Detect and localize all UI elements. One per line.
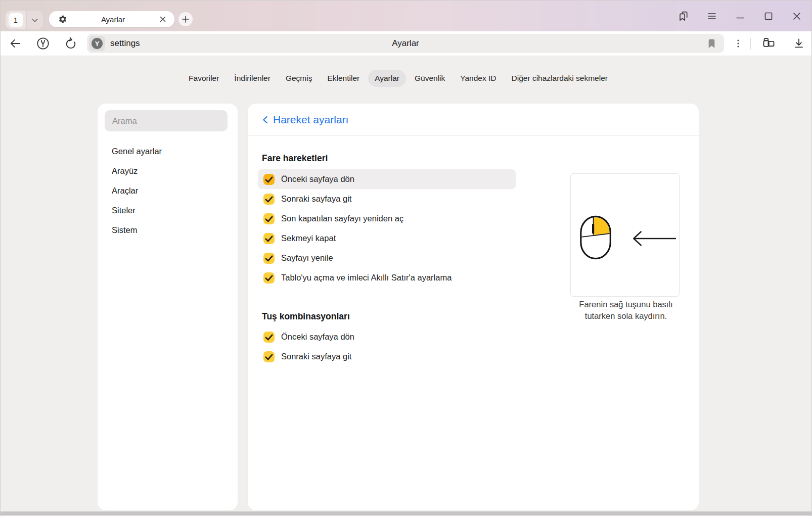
- titlebar: 1 Ayarlar: [0, 0, 812, 31]
- browser-menu-button[interactable]: [706, 10, 718, 22]
- nav-tab-favoriler[interactable]: Favoriler: [182, 70, 225, 87]
- gesture-label: Sayfayı yenile: [281, 253, 333, 263]
- tab-title: Ayarlar: [67, 15, 159, 24]
- gesture-label: Sekmeyi kapat: [281, 233, 336, 243]
- panel-header: Hareket ayarları: [248, 104, 699, 136]
- gesture-row[interactable]: Önceki sayfaya dön: [258, 327, 516, 347]
- checkbox-checked-icon[interactable]: [263, 194, 275, 205]
- gesture-label: Sonraki sayfaya git: [281, 194, 351, 204]
- download-icon: [792, 37, 805, 50]
- plus-icon: [180, 14, 191, 25]
- settings-page: Favoriler İndirilenler Geçmiş Eklentiler…: [0, 56, 812, 511]
- checkbox-checked-icon[interactable]: [263, 174, 275, 185]
- nav-tab-diger-cihazlar[interactable]: Diğer cihazlardaki sekmeler: [505, 70, 614, 87]
- search-input[interactable]: [105, 110, 228, 131]
- gesture-row[interactable]: Sonraki sayfaya git: [258, 189, 516, 209]
- sidebar-item-genel-ayarlar[interactable]: Genel ayarlar: [98, 142, 238, 161]
- chevron-left-icon: [262, 115, 268, 124]
- gesture-row[interactable]: Tablo'yu açma ve imleci Akıllı Satır'a a…: [258, 268, 516, 288]
- key-combination-list: Önceki sayfaya dön Sonraki sayfaya git: [248, 327, 699, 366]
- page-actions-menu-button[interactable]: [731, 36, 745, 51]
- new-tab-button[interactable]: [178, 12, 193, 26]
- illustration-caption: Farenin sağ tuşunu basılı tutarken sola …: [565, 299, 687, 322]
- minimize-button[interactable]: [734, 10, 746, 22]
- gesture-row[interactable]: Sekmeyi kapat: [258, 228, 516, 248]
- chevron-down-icon: [29, 15, 40, 26]
- toolbar-separator: [750, 38, 751, 50]
- settings-sidebar: Genel ayarlar Arayüz Araçlar Siteler Sis…: [98, 104, 238, 510]
- gesture-label: Önceki sayfaya dön: [281, 174, 354, 184]
- sidebar-item-sistem[interactable]: Sistem: [98, 220, 238, 240]
- gesture-illustration: [570, 173, 680, 297]
- gesture-label: Sonraki sayfaya git: [281, 352, 351, 361]
- kebab-menu-icon: [732, 37, 744, 50]
- page-title-centered: Ayarlar: [87, 38, 724, 49]
- section-heading-mouse-gestures: Fare hareketleri: [262, 153, 328, 164]
- close-window-button[interactable]: [791, 10, 803, 22]
- refresh-button[interactable]: [64, 36, 78, 51]
- bookmarks-icon: [678, 10, 690, 22]
- sidebar-item-arayuz[interactable]: Arayüz: [98, 161, 238, 181]
- gesture-row[interactable]: Son kapatılan sayfayı yeniden aç: [258, 209, 516, 228]
- mouse-gesture-icon: [571, 174, 679, 296]
- settings-gear-icon: [58, 15, 67, 24]
- checkbox-checked-icon[interactable]: [263, 253, 275, 264]
- checkbox-checked-icon[interactable]: [263, 233, 275, 244]
- nav-tab-ayarlar[interactable]: Ayarlar: [368, 70, 406, 87]
- sidebar-menu: Genel ayarlar Arayüz Araçlar Siteler Sis…: [98, 142, 238, 240]
- back-arrow-icon: [9, 37, 22, 50]
- extensions-button[interactable]: [761, 36, 776, 51]
- maximize-button[interactable]: [762, 10, 775, 22]
- tab-counter-button[interactable]: 1: [6, 11, 26, 29]
- bookmark-page-button[interactable]: [707, 39, 716, 49]
- tab-counter-group: 1: [6, 11, 43, 29]
- refresh-icon: [64, 37, 77, 50]
- checkbox-checked-icon[interactable]: [263, 351, 275, 362]
- nav-tab-yandex-id[interactable]: Yandex ID: [454, 70, 503, 87]
- section-heading-key-combinations: Tuş kombinasyonları: [262, 311, 350, 322]
- yandex-home-button[interactable]: [36, 36, 50, 51]
- downloads-button[interactable]: [792, 36, 806, 51]
- nav-tab-guvenlik[interactable]: Güvenlik: [408, 70, 452, 87]
- gesture-settings-panel: Hareket ayarları Fare hareketleri Önceki…: [248, 104, 699, 510]
- yandex-logo-icon: [36, 36, 50, 51]
- address-bar[interactable]: Y settings Ayarlar: [87, 34, 724, 53]
- maximize-icon: [762, 10, 775, 22]
- tab-count-badge: 1: [9, 13, 23, 27]
- sidebar-item-siteler[interactable]: Siteler: [98, 201, 238, 220]
- horizontal-scrollbar[interactable]: [0, 511, 812, 516]
- page-title: Hareket ayarları: [273, 114, 348, 126]
- gesture-label: Son kapatılan sayfayı yeniden aç: [281, 214, 403, 223]
- gesture-row[interactable]: Sayfayı yenile: [258, 248, 516, 268]
- active-tab[interactable]: Ayarlar: [49, 11, 174, 27]
- nav-tab-indirilenler[interactable]: İndirilenler: [228, 70, 277, 87]
- checkbox-checked-icon[interactable]: [263, 272, 275, 284]
- gesture-row[interactable]: Sonraki sayfaya git: [258, 347, 516, 366]
- checkbox-checked-icon[interactable]: [263, 332, 275, 343]
- back-to-settings-button[interactable]: Hareket ayarları: [255, 111, 355, 129]
- settings-nav-tabs: Favoriler İndirilenler Geçmiş Eklentiler…: [98, 70, 699, 87]
- gesture-row[interactable]: Önceki sayfaya dön: [258, 169, 516, 189]
- toolbar: Y settings Ayarlar: [0, 31, 812, 56]
- tab-list-chevron-button[interactable]: [27, 11, 43, 29]
- bookmarks-panel-button[interactable]: [678, 10, 690, 22]
- gesture-label: Önceki sayfaya dön: [281, 332, 354, 342]
- close-icon: [791, 10, 803, 22]
- nav-tab-gecmis[interactable]: Geçmiş: [279, 70, 319, 87]
- window-controls: [678, 1, 812, 32]
- back-button[interactable]: [8, 36, 22, 51]
- gesture-label: Tablo'yu açma ve imleci Akıllı Satır'a a…: [281, 273, 452, 283]
- minimize-icon: [734, 10, 746, 22]
- extensions-icon: [761, 36, 776, 51]
- nav-tab-eklentiler[interactable]: Eklentiler: [321, 70, 366, 87]
- url-text[interactable]: settings: [110, 38, 140, 49]
- tab-close-button[interactable]: [159, 15, 167, 23]
- sidebar-item-araclar[interactable]: Araçlar: [98, 181, 238, 201]
- checkbox-checked-icon[interactable]: [263, 213, 275, 224]
- hamburger-menu-icon: [706, 10, 718, 22]
